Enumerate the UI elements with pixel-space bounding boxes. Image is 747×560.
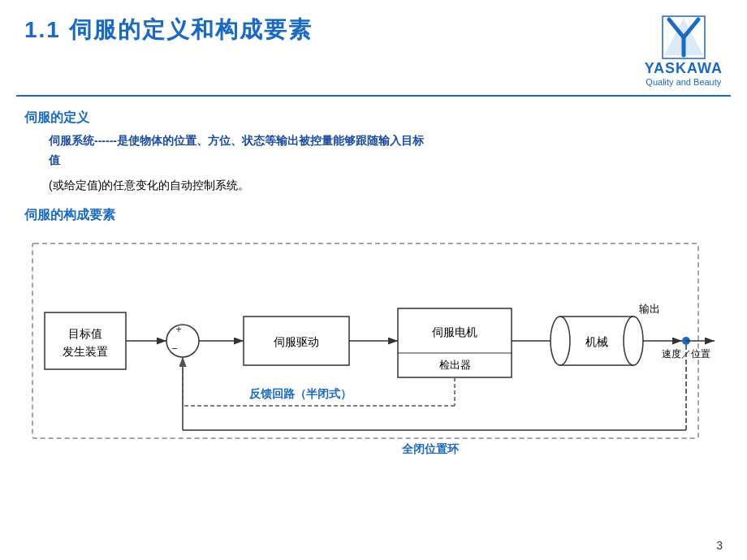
svg-text:伺服电机: 伺服电机 [432,325,477,338]
brand-tagline: Quality and Beauty [646,77,721,87]
svg-text:反馈回路（半闭式）: 反馈回路（半闭式） [248,387,352,400]
svg-text:伺服驱动: 伺服驱动 [274,335,319,348]
brand-name: YASKAWA [645,60,723,77]
svg-text:+: + [175,323,182,335]
svg-text:−: − [171,342,178,355]
svg-text:全闭位置环: 全闭位置环 [402,442,460,455]
section1-title: 伺服的定义 [24,110,723,127]
definition-line3: (或给定值)的任意变化的自动控制系统。 [49,176,723,194]
page-title: 1.1 伺服的定义和构成要素 [24,15,313,45]
svg-text:目标值: 目标值 [68,327,102,340]
page-number: 3 [716,539,723,552]
logo-area: YASKAWA Quality and Beauty [645,15,723,87]
definition-line1: 伺服系统------是使物体的位置、方位、状态等输出被控量能够跟随输入目标 [49,131,723,149]
yaskawa-logo-icon [661,15,706,60]
svg-point-23 [624,317,643,365]
svg-rect-5 [45,312,126,369]
svg-text:检出器: 检出器 [439,359,471,371]
svg-point-22 [551,317,570,365]
header: 1.1 伺服的定义和构成要素 YASKAWA Quality and Beaut… [0,0,747,95]
servo-diagram: 目标值 发生装置 + − 伺服驱动 伺服电机 检出器 机械 [24,235,723,471]
content-area: 伺服的定义 伺服系统------是使物体的位置、方位、状态等输出被控量能够跟随输… [0,97,747,479]
definition-line2: 值 [49,151,723,169]
section2-title: 伺服的构成要素 [24,207,723,224]
svg-text:输出: 输出 [639,303,660,315]
svg-text:机械: 机械 [585,335,608,348]
svg-text:发生装置: 发生装置 [63,345,108,358]
